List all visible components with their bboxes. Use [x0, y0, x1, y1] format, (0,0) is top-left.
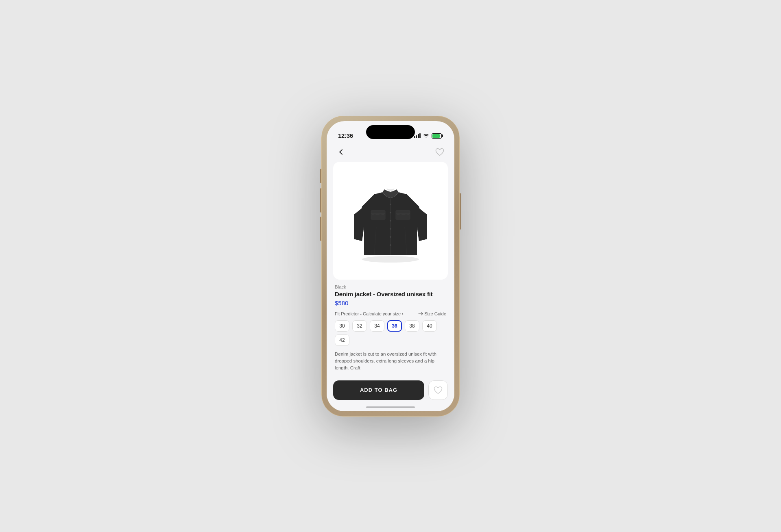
product-color: Black — [335, 284, 446, 289]
battery-icon — [432, 133, 443, 139]
screen-content: Black Denim jacket - Oversized unisex fi… — [327, 142, 454, 411]
product-image-container — [333, 162, 448, 280]
product-name: Denim jacket - Oversized unisex fit — [335, 291, 446, 297]
dynamic-island — [366, 125, 415, 139]
wifi-icon — [423, 133, 429, 139]
size-36[interactable]: 36 — [387, 320, 402, 332]
wishlist-bottom-button[interactable] — [428, 380, 448, 400]
svg-point-7 — [390, 220, 391, 221]
size-selector: 30 32 34 36 38 40 42 — [335, 320, 446, 346]
add-to-bag-button[interactable]: ADD TO BAG — [333, 380, 424, 400]
product-image — [350, 174, 431, 267]
heart-icon-bottom — [434, 386, 443, 394]
status-icons — [414, 133, 443, 139]
power-button — [460, 193, 461, 230]
size-34[interactable]: 34 — [370, 320, 384, 332]
svg-point-15 — [362, 256, 419, 263]
product-price: $580 — [335, 300, 446, 306]
svg-point-9 — [390, 236, 391, 238]
size-40[interactable]: 40 — [422, 320, 437, 332]
svg-point-5 — [390, 204, 391, 205]
size-guide-label: Size Guide — [424, 311, 446, 316]
svg-rect-2 — [396, 211, 410, 219]
signal-icon — [414, 133, 421, 138]
size-42[interactable]: 42 — [335, 334, 349, 346]
svg-point-8 — [390, 228, 391, 230]
phone-mockup: 12:36 — [321, 116, 460, 417]
svg-point-6 — [390, 212, 391, 213]
size-guide[interactable]: Size Guide — [418, 311, 446, 316]
status-time: 12:36 — [338, 132, 353, 139]
top-navigation — [327, 142, 454, 162]
status-bar: 12:36 — [327, 121, 454, 142]
fit-predictor[interactable]: Fit Predictor - Calculate your size › — [335, 311, 404, 316]
product-info: Black Denim jacket - Oversized unisex fi… — [327, 284, 454, 372]
product-description: Denim jacket is cut to an oversized unis… — [335, 351, 446, 372]
size-32[interactable]: 32 — [352, 320, 367, 332]
back-button[interactable] — [335, 145, 348, 159]
svg-point-10 — [390, 244, 391, 246]
back-chevron-icon — [339, 149, 345, 154]
svg-rect-0 — [371, 211, 385, 219]
heart-icon-top — [435, 148, 444, 156]
size-guide-icon — [418, 311, 423, 316]
phone-screen: 12:36 — [327, 121, 454, 411]
size-30[interactable]: 30 — [335, 320, 349, 332]
phone-body: 12:36 — [321, 116, 460, 417]
home-indicator — [366, 406, 415, 408]
wishlist-top-button[interactable] — [433, 145, 446, 159]
size-38[interactable]: 38 — [405, 320, 419, 332]
fit-row: Fit Predictor - Calculate your size › Si… — [335, 311, 446, 316]
